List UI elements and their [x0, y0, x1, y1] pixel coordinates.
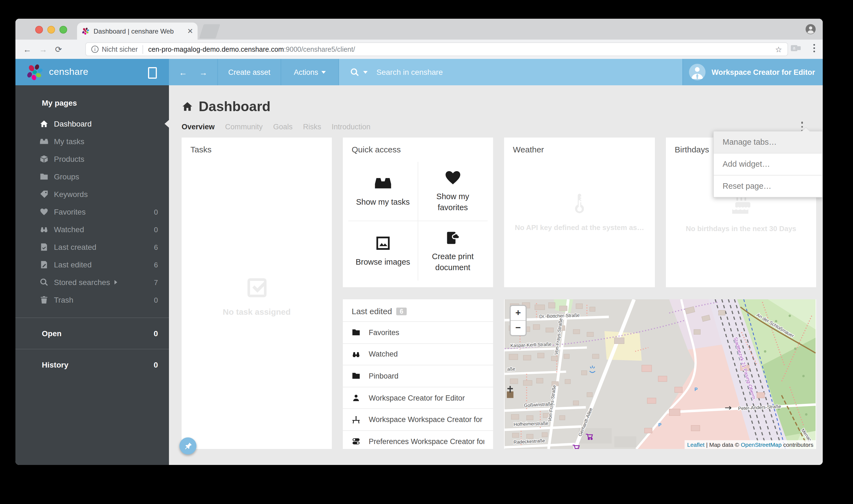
tag-icon [40, 190, 49, 199]
url-host: cen-pro-magalog-demo.demo.censhare.com [148, 46, 284, 53]
home-icon [182, 101, 193, 112]
list-item-pinboard[interactable]: Pinboard [343, 365, 493, 386]
sidebar-item-label: Stored searches [54, 278, 110, 287]
checkbox-icon [244, 275, 269, 301]
security-status[interactable]: iNicht sicher [91, 46, 138, 53]
menu-item-manage-tabs[interactable]: Manage tabs… [714, 131, 822, 153]
page-options-menu: Manage tabs… Add widget… Reset page… [713, 131, 823, 198]
sidebar-item-label: Groups [54, 172, 158, 181]
chevron-down-icon [321, 71, 326, 73]
thermometer-icon [568, 193, 591, 216]
close-window-button[interactable] [35, 26, 43, 34]
nav-back-icon[interactable]: ← [179, 67, 187, 77]
minimize-window-button[interactable] [47, 26, 55, 34]
quick-access-grid: Show my tasks Show my favorites Browse i… [348, 162, 487, 281]
tab-close-icon[interactable]: ✕ [187, 28, 193, 35]
menu-item-add-widget[interactable]: Add widget… [714, 153, 822, 175]
tab-introduction[interactable]: Introduction [332, 123, 370, 131]
actions-button[interactable]: Actions [281, 59, 338, 85]
sidebar-item-favorites[interactable]: Favorites 0 [15, 203, 169, 221]
browser-reload-icon[interactable]: ⟳ [55, 44, 62, 54]
parking-label: P [694, 387, 697, 392]
list-item-watched[interactable]: Watched [343, 343, 493, 365]
sidebar-item-last-edited[interactable]: Last edited 6 [15, 256, 169, 273]
browser-tab[interactable]: Dashboard | censhare Web ✕ [77, 22, 198, 40]
main-area: Dashboard Overview Community Goals Risks… [169, 85, 823, 465]
expand-arrow-icon[interactable] [114, 280, 117, 285]
extension-icon[interactable]: a [791, 44, 801, 53]
doc-edit-icon [40, 260, 49, 269]
tab-goals[interactable]: Goals [273, 123, 293, 131]
quick-label: Show my tasks [356, 197, 410, 208]
list-item-label: Workspace Workspace Creator for Editor [369, 415, 484, 424]
create-asset-button[interactable]: Create asset [217, 59, 281, 85]
osm-link[interactable]: OpenStreetMap [741, 441, 781, 448]
browser-back-icon[interactable]: ← [23, 44, 31, 54]
parking-label: P [658, 422, 661, 428]
sidebar-item-groups[interactable]: Groups [15, 168, 169, 185]
tab-community[interactable]: Community [225, 123, 263, 131]
global-search[interactable] [338, 59, 682, 85]
sidebar-open-row[interactable]: Open 0 [15, 327, 169, 340]
pin-fab-button[interactable] [179, 437, 196, 454]
birthdays-empty-text: No birthdays in the next 30 Days [666, 224, 816, 233]
last-edited-title: Last edited [352, 306, 392, 316]
list-item-workspace[interactable]: Workspace Creator for Editor [343, 387, 493, 409]
sidebar-item-my-tasks[interactable]: My tasks [15, 132, 169, 150]
url-path: :9000/censhare5/client/ [284, 46, 355, 53]
menu-item-reset-page[interactable]: Reset page… [714, 175, 822, 197]
sidebar-history-row[interactable]: History 0 [15, 358, 169, 372]
sidebar: My pages Dashboard My tasks [15, 85, 169, 465]
history-nav-section: ← → [169, 59, 217, 85]
list-item-workspace-workspace[interactable]: Workspace Workspace Creator for Editor [343, 409, 493, 430]
chrome-menu-icon[interactable] [813, 44, 815, 52]
quick-browse-images[interactable]: Browse images [348, 221, 418, 281]
sidebar-item-last-created[interactable]: Last created 6 [15, 238, 169, 256]
search-scope-caret-icon[interactable] [363, 71, 368, 73]
browser-window: Dashboard | censhare Web ✕ ← → ⟳ iNicht … [15, 19, 823, 465]
sidebar-item-count: 0 [154, 208, 158, 216]
zoom-window-button[interactable] [59, 26, 67, 34]
sidebar-item-label: Last edited [54, 260, 154, 269]
binoculars-icon [40, 225, 49, 234]
chrome-profile-icon[interactable] [805, 24, 816, 35]
leaflet-link[interactable]: Leaflet [687, 441, 705, 448]
list-item-favorites[interactable]: Favorites [343, 321, 493, 343]
sidebar-item-dashboard[interactable]: Dashboard [15, 115, 169, 132]
inbox-icon [374, 175, 392, 192]
quick-show-my-tasks[interactable]: Show my tasks [348, 162, 418, 221]
attribution-text: contributors [781, 441, 813, 448]
last-edited-widget: Last edited 6 Favorites [343, 299, 493, 449]
quick-create-print-document[interactable]: Create print document [418, 221, 487, 281]
censhare-logo-icon [25, 63, 44, 82]
address-bar[interactable]: iNicht sicher cen-pro-magalog-demo.demo.… [85, 42, 788, 56]
new-tab-button[interactable] [199, 24, 220, 38]
sidebar-item-stored-searches[interactable]: Stored searches 7 [15, 273, 169, 291]
tab-overview[interactable]: Overview [182, 123, 215, 131]
quick-show-my-favorites[interactable]: Show my favorites [418, 162, 487, 221]
tab-risks[interactable]: Risks [303, 123, 321, 131]
avatar [689, 64, 706, 80]
user-menu[interactable]: Workspace Creator for Editor [682, 59, 823, 85]
browser-forward-icon[interactable]: → [39, 44, 47, 54]
quick-label: Show my favorites [423, 192, 483, 213]
zoom-in-button[interactable]: + [511, 306, 526, 321]
sidebar-item-label: Products [54, 155, 158, 163]
nav-forward-icon[interactable]: → [199, 67, 208, 77]
collapse-sidebar-icon[interactable] [148, 67, 157, 79]
bookmark-star-icon[interactable]: ☆ [775, 45, 782, 54]
map-canvas[interactable]: Dr.-Böttcher-Straße Kaspar-Kerll-Straße … [504, 299, 816, 449]
list-item-preferences[interactable]: Preferences Workspace Creator for Editor [343, 430, 493, 452]
widget-title: Quick access [343, 138, 493, 154]
search-input[interactable] [375, 67, 609, 77]
sidebar-item-label: Trash [54, 295, 154, 304]
tasks-empty-state: No task assigned [182, 275, 332, 317]
sidebar-item-trash[interactable]: Trash 0 [15, 291, 169, 309]
sidebar-item-keywords[interactable]: Keywords [15, 185, 169, 203]
sidebar-item-products[interactable]: Products [15, 150, 169, 168]
user-name: Workspace Creator for Editor [712, 68, 815, 76]
sidebar-item-watched[interactable]: Watched 0 [15, 221, 169, 238]
page-title: Dashboard [199, 98, 270, 114]
heart-icon [40, 208, 49, 216]
zoom-out-button[interactable]: − [511, 321, 526, 335]
